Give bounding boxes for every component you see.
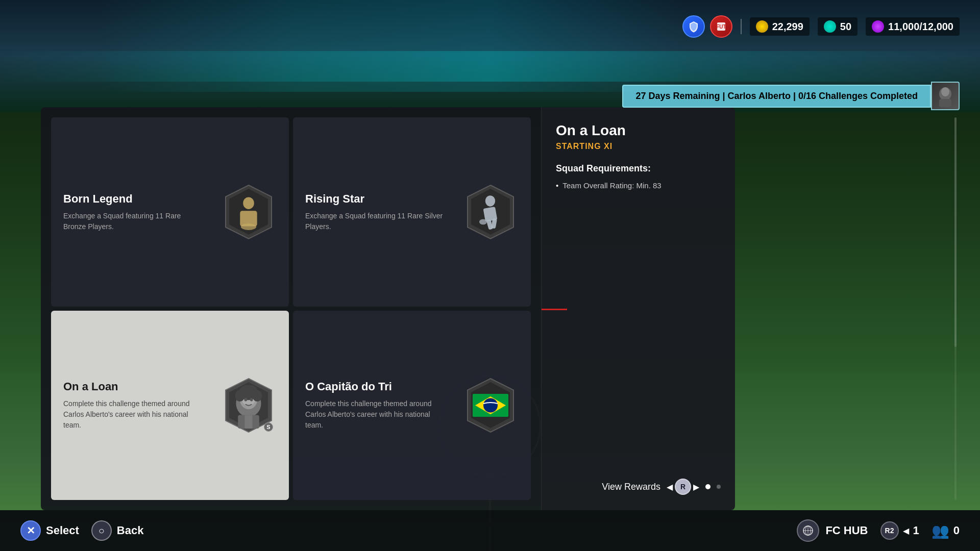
svg-point-24 [253,390,262,402]
view-rewards-row: View Rewards ◀ R ▶ [556,479,721,495]
back-button[interactable]: ○ Back [91,520,144,541]
back-label: Back [117,524,144,537]
stadium-strip [0,51,980,82]
capitao-badge [462,372,519,439]
gold-value: 22,299 [772,21,803,33]
svg-rect-28 [244,415,252,428]
notification-text: 27 Days Remaining | Carlos Alberto | 0/1… [635,91,918,101]
born-legend-content: Born Legend Exchange a Squad featuring 1… [63,192,202,232]
challenge-card-on-a-loan[interactable]: On a Loan Complete this challenge themed… [51,311,289,500]
red-accent [542,309,567,310]
currency-gold: 22,299 [750,17,810,36]
select-button[interactable]: ✕ Select [20,520,79,541]
bottom-left-controls: ✕ Select ○ Back [20,520,143,541]
card-list-panel: Born Legend Exchange a Squad featuring 1… [41,107,541,510]
born-legend-title: Born Legend [63,192,202,206]
svg-point-16 [479,219,487,224]
cross-icon: ✕ [20,520,41,541]
people-icon: 👥 [932,522,949,539]
notification-avatar [931,82,960,110]
teal-value: 50 [840,21,851,33]
currency-teal: 50 [818,17,857,36]
fut-icon[interactable]: FUT [710,15,732,38]
challenge-card-born-legend[interactable]: Born Legend Exchange a Squad featuring 1… [51,117,289,307]
r2-button[interactable]: R2 [880,521,899,540]
header-icons: FUT [682,15,732,38]
svg-rect-4 [939,99,951,107]
svg-point-12 [485,195,495,207]
rising-star-desc: Exchange a Squad featuring 11 Rare Silve… [305,211,444,232]
dot-inactive [717,485,721,489]
svg-point-7 [243,197,254,209]
select-label: Select [46,524,79,537]
capitao-content: O Capitão do Tri Complete this challenge… [305,380,444,431]
fc-hub-section: FC HUB [797,519,868,542]
bottom-bar: ✕ Select ○ Back FC HUB R2 ◀ 1 [0,510,980,551]
rising-star-content: Rising Star Exchange a Squad featuring 1… [305,192,444,232]
notification-text-box: 27 Days Remaining | Carlos Alberto | 0/1… [622,85,931,108]
r2-count: 1 [913,524,919,537]
shield-icon[interactable] [682,15,705,38]
svg-text:FUT: FUT [716,24,726,30]
main-content: Born Legend Exchange a Squad featuring 1… [41,107,960,510]
born-legend-desc: Exchange a Squad featuring 11 Rare Bronz… [63,211,202,232]
on-a-loan-content: On a Loan Complete this challenge themed… [63,380,202,431]
challenge-card-rising-star[interactable]: Rising Star Exchange a Squad featuring 1… [293,117,531,307]
r-button[interactable]: R [675,479,691,495]
rising-star-title: Rising Star [305,192,444,206]
svg-point-3 [941,87,949,96]
detail-section-title: Squad Requirements: [556,163,721,174]
header-divider [741,19,742,34]
circle-icon: ○ [91,520,112,541]
purple-value: 11,000/12,000 [888,21,953,33]
on-a-loan-title: On a Loan [63,380,202,393]
fc-hub-label: FC HUB [825,524,868,537]
people-num: 0 [953,524,960,537]
left-arrow[interactable]: ◀ [667,482,673,492]
challenge-card-capitao[interactable]: O Capitão do Tri Complete this challenge… [293,311,531,500]
r2-arrow-left[interactable]: ◀ [903,526,909,536]
r2-navigation: R2 ◀ 1 [880,521,919,540]
currency-purple: 11,000/12,000 [866,17,960,36]
svg-point-23 [235,390,245,402]
svg-point-25 [244,398,248,402]
gold-coin-icon [756,20,768,33]
right-arrow[interactable]: ▶ [693,482,699,492]
capitao-desc: Complete this challenge themed around Ca… [305,398,444,431]
rising-star-badge [462,179,519,245]
header-bar: FUT 22,299 50 11,000/12,000 [682,15,960,38]
capitao-title: O Capitão do Tri [305,380,444,393]
purple-coin-icon [872,20,884,33]
on-a-loan-desc: Complete this challenge themed around Ca… [63,398,202,431]
detail-req-0: Team Overall Rating: Min. 83 [556,181,721,190]
svg-point-33 [483,398,498,413]
detail-panel: On a Loan STARTING XI Squad Requirements… [541,107,735,510]
notification-banner: 27 Days Remaining | Carlos Alberto | 0/1… [622,82,960,110]
detail-title: On a Loan [556,122,721,139]
fc-hub-icon[interactable] [797,519,819,542]
bottom-right-controls: FC HUB R2 ◀ 1 👥 0 [797,519,960,542]
on-a-loan-badge: S [220,372,277,439]
svg-point-9 [241,223,256,230]
svg-point-26 [250,398,253,402]
born-legend-badge [220,179,277,245]
dot-active [705,484,710,489]
people-count-section: 👥 0 [932,522,960,539]
detail-subtitle: STARTING XI [556,142,721,151]
view-rewards-label: View Rewards [602,482,660,492]
teal-coin-icon [824,20,836,33]
